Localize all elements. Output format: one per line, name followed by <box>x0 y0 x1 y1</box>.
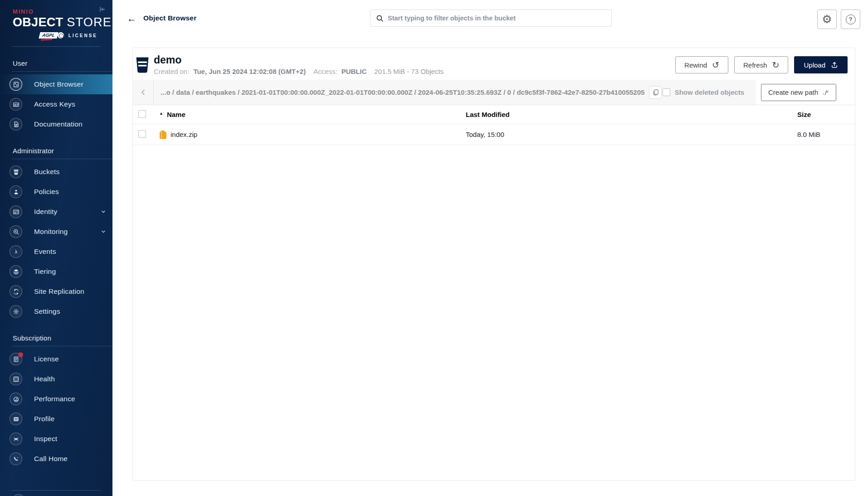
empty-space <box>133 145 855 480</box>
sidebar-item-label: License <box>34 355 59 363</box>
sidebar-item-label: Buckets <box>34 168 60 176</box>
license-alert-badge <box>18 352 23 357</box>
zip-file-icon <box>159 130 167 139</box>
object-name: index.zip <box>171 131 197 138</box>
sidebar-item-monitoring[interactable]: Monitoring <box>0 222 112 242</box>
sidebar-item-events[interactable]: λ Events <box>0 242 112 262</box>
settings-button[interactable]: ⚙ <box>817 10 837 29</box>
create-new-path-button[interactable]: Create new path <box>761 84 836 101</box>
page-title: Object Browser <box>143 14 196 22</box>
section-divider <box>12 71 112 72</box>
sidebar-item-label: Monitoring <box>34 228 68 236</box>
show-deleted-label: Show deleted objects <box>675 88 744 96</box>
bucket-icon <box>136 57 149 73</box>
license-label: LICENSE <box>68 33 98 38</box>
svg-text:λ: λ <box>15 249 17 254</box>
rewind-button[interactable]: Rewind ↺ <box>675 56 728 73</box>
license-badge-row: AGPL LICENSE <box>13 31 112 39</box>
sidebar-item-label: Identity <box>34 208 58 216</box>
sidebar-item-tiering[interactable]: Tiering <box>0 262 112 282</box>
column-name-label: Name <box>167 111 185 118</box>
sidebar-item-inspect[interactable]: Inspect <box>0 429 112 449</box>
agpl-red-mark <box>41 39 52 40</box>
copy-path-button[interactable] <box>649 86 662 99</box>
select-all-checkbox[interactable] <box>138 110 146 118</box>
tiering-icon <box>10 265 22 278</box>
policies-icon <box>10 185 22 198</box>
sidebar-item-buckets[interactable]: Buckets <box>0 162 112 182</box>
chevron-down-icon[interactable] <box>101 209 106 214</box>
nav-administrator: Buckets Policies Identity Monitoring <box>0 162 112 321</box>
sidebar-item-label: Policies <box>34 188 59 196</box>
sidebar-item-profile[interactable]: Profile <box>0 409 112 429</box>
sidebar-item-performance[interactable]: Performance <box>0 389 112 409</box>
sort-asc-icon[interactable]: ▲ <box>159 111 163 116</box>
section-label-user: User <box>13 59 112 67</box>
column-size-header[interactable]: Size <box>797 111 849 118</box>
column-last-modified-header[interactable]: Last Modified <box>466 111 797 118</box>
object-size: 8.0 MiB <box>797 131 849 138</box>
upload-button[interactable]: Upload <box>794 56 848 73</box>
sidebar: MINIO OBJECT STORE AGPL LICENSE User Obj… <box>0 0 112 496</box>
bucket-titles: demo Created on: Tue, Jun 25 2024 12:02:… <box>154 54 444 75</box>
breadcrumb-back-button[interactable] <box>133 80 154 105</box>
object-name-cell[interactable]: index.zip <box>159 130 466 139</box>
sidebar-item-label: Access Keys <box>34 100 75 108</box>
top-actions: ⚙ ? <box>817 10 860 29</box>
sidebar-item-site-replication[interactable]: Site Replication <box>0 282 112 301</box>
minio-logo: MINIO OBJECT STORE AGPL LICENSE <box>0 0 112 39</box>
help-button[interactable]: ? <box>841 10 860 29</box>
minio-wordmark: MINIO <box>13 8 112 15</box>
refresh-button[interactable]: Refresh ↻ <box>734 56 788 73</box>
site-replication-icon <box>10 285 22 298</box>
upload-icon <box>831 61 838 68</box>
sidebar-item-health[interactable]: Health <box>0 369 112 389</box>
refresh-label: Refresh <box>743 61 767 69</box>
column-name-header[interactable]: ▲ Name <box>159 111 466 118</box>
sidebar-item-label: Object Browser <box>34 80 83 88</box>
sidebar-item-identity[interactable]: Identity <box>0 202 112 222</box>
sidebar-item-object-browser[interactable]: Object Browser <box>0 74 112 94</box>
chevron-down-icon[interactable] <box>101 229 106 234</box>
sidebar-item-documentation[interactable]: Documentation <box>0 114 112 134</box>
performance-icon <box>10 393 22 405</box>
documentation-icon <box>10 118 22 131</box>
select-all-cell <box>138 110 159 119</box>
sidebar-collapse-button[interactable] <box>98 5 107 15</box>
create-path-area: Create new path <box>756 80 855 105</box>
access-label: Access: <box>313 68 337 75</box>
sidebar-item-policies[interactable]: Policies <box>0 182 112 202</box>
main-area: ← Object Browser ⚙ ? demo <box>112 0 868 496</box>
sidebar-item-call-home[interactable]: Call Home <box>0 449 112 469</box>
identity-icon <box>10 205 22 218</box>
upload-label: Upload <box>804 61 825 69</box>
collapse-sidebar-icon <box>99 6 106 13</box>
breadcrumb-path[interactable]: ...o / data / earthquakes / 2021-01-01T0… <box>161 88 644 96</box>
sidebar-item-license[interactable]: License <box>0 349 112 369</box>
help-icon: ? <box>846 15 856 24</box>
sidebar-item-label: Health <box>34 375 55 383</box>
create-new-path-label: Create new path <box>768 88 818 96</box>
sidebar-item-label: Settings <box>34 307 60 316</box>
row-checkbox[interactable] <box>138 130 146 138</box>
show-deleted-checkbox[interactable] <box>663 88 670 96</box>
access-keys-icon <box>10 98 22 111</box>
breadcrumb-row: ...o / data / earthquakes / 2021-01-01T0… <box>133 80 855 105</box>
call-home-icon <box>10 452 22 465</box>
sidebar-item-label: Performance <box>34 395 75 403</box>
sidebar-item-access-keys[interactable]: Access Keys <box>0 94 112 114</box>
agpl-badge: AGPL <box>39 32 64 39</box>
search-input[interactable] <box>388 15 606 22</box>
topbar: ← Object Browser ⚙ ? <box>112 0 868 36</box>
created-label: Created on: <box>154 68 189 75</box>
table-row[interactable]: index.zip Today, 15:00 8.0 MiB <box>133 124 855 145</box>
buckets-icon <box>10 165 22 178</box>
sidebar-item-settings[interactable]: Settings <box>0 301 112 321</box>
logo-divider <box>12 46 101 47</box>
back-arrow-icon[interactable]: ← <box>127 14 137 23</box>
search-icon <box>376 15 384 22</box>
bucket-card: demo Created on: Tue, Jun 25 2024 12:02:… <box>132 48 855 481</box>
profile-icon <box>10 413 22 425</box>
sidebar-item-label: Events <box>34 248 56 256</box>
nav-user: Object Browser Access Keys Documentation <box>0 74 112 134</box>
